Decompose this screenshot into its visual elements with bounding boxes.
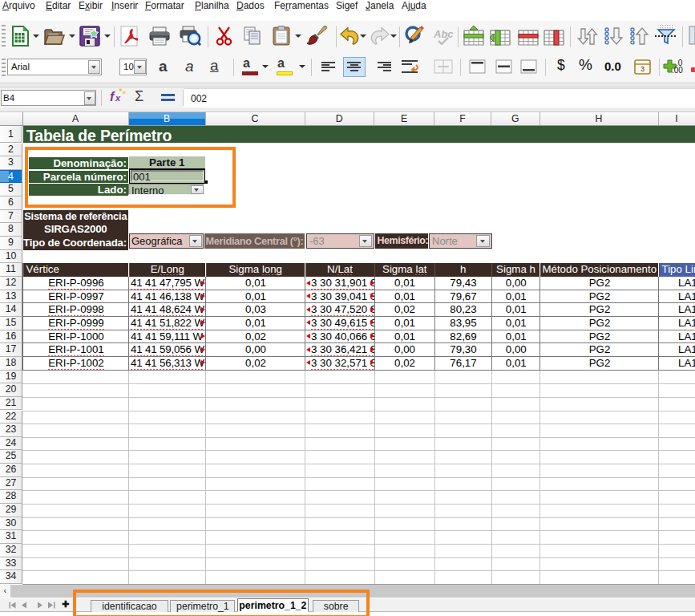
svg-text:3: 3 — [640, 65, 644, 73]
